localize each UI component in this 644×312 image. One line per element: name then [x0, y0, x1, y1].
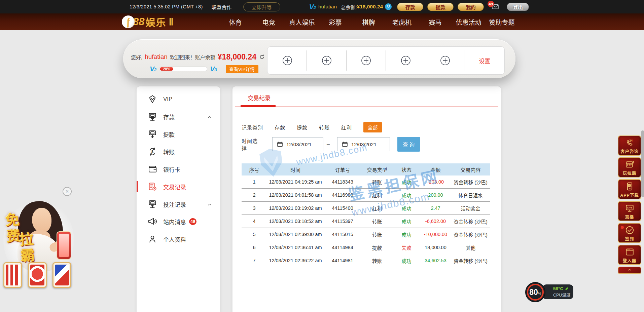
table-cell: 44116988 [324, 192, 361, 198]
table-cell: 失败 [393, 244, 420, 251]
date-to-input[interactable]: 12/03/2021 [337, 137, 390, 151]
chevron-up-icon [207, 202, 212, 206]
filter-link-转账[interactable]: 转账 [319, 124, 330, 131]
message-megaphone-icon [147, 217, 157, 227]
float-button-label: 直播 [625, 213, 634, 220]
quick-add-slot[interactable] [267, 47, 307, 74]
table-cell: 44118343 [324, 179, 361, 185]
table-cell: 成功 [393, 205, 420, 212]
account-balance: ¥18,000.24 [218, 52, 256, 62]
quick-add-slot[interactable] [347, 47, 386, 74]
quick-actions-box: 设置 [267, 46, 505, 75]
table-cell: 44114984 [324, 245, 361, 250]
scrollbar-thumb[interactable] [641, 130, 644, 197]
tab-transaction-records[interactable]: 交易纪录 [248, 93, 271, 102]
refresh-icon [386, 4, 391, 9]
mine-button[interactable]: 我的 [458, 3, 484, 11]
alliance-link[interactable]: 联盟合作 [212, 3, 232, 10]
float-button-客户咨询[interactable]: 24客户咨询 [618, 135, 641, 156]
vip-detail-button[interactable]: 查看VIP详情 [226, 65, 258, 73]
table-cell: -6,602.00 [420, 219, 451, 224]
nav-item-真人娱乐[interactable]: 真人娱乐 [285, 17, 319, 27]
date-from-input[interactable]: 12/03/2021 [272, 137, 323, 151]
logo-brand-text: 娱乐 [145, 15, 166, 29]
nav-item-彩票[interactable]: 彩票 [319, 17, 352, 27]
active-indicator [137, 181, 138, 192]
deposit-icon [147, 112, 157, 122]
table-cell: 体育日返水 [451, 192, 490, 199]
float-button-label: 登入器 [623, 257, 637, 264]
filter-all-button[interactable]: 全部 [363, 122, 382, 132]
sidebar-item-投注记录[interactable]: 投注记录 [137, 195, 220, 213]
app-download-icon [625, 182, 635, 191]
deposit-button[interactable]: 存款 [397, 3, 423, 11]
logo-suffix-text: Ⅱ [169, 16, 174, 28]
table-header-cell: 交易类型 [361, 166, 393, 173]
table-cell: 转账 [361, 257, 393, 264]
profile-person-icon [147, 234, 157, 244]
quick-add-slot[interactable] [425, 47, 465, 74]
greeting-username: hufatian [145, 53, 168, 61]
svg-text:7: 7 [630, 164, 632, 167]
vip-next-badge: V3 [210, 65, 217, 73]
vip-progress-row: V2 28% V3 查看VIP详情 [150, 64, 258, 74]
nav-item-赞助专题[interactable]: 赞助专题 [485, 17, 518, 27]
site-logo[interactable]: f 88 娱乐 Ⅱ [122, 15, 174, 29]
table-cell: 6 [242, 245, 267, 250]
sidebar-item-交易记录[interactable]: 交易记录 [137, 178, 220, 195]
sidebar-item-转账[interactable]: $转账 [137, 143, 220, 160]
filter-link-红利[interactable]: 红利 [341, 124, 352, 131]
unread-badge: 49 [189, 218, 196, 225]
upgrade-button[interactable]: 立即升等 [243, 2, 280, 11]
withdraw-button[interactable]: 提款 [427, 3, 454, 11]
greeting-mid: 欢迎回来！账户余额 [170, 53, 215, 61]
promo-text: 拉霸 [14, 231, 37, 265]
table-header-cell: 交易内容 [451, 166, 490, 173]
sidebar-item-个人资料[interactable]: 个人资料 [137, 230, 220, 248]
quick-add-slot[interactable] [307, 47, 346, 74]
leaf-icon [565, 286, 569, 291]
welcome-capsule: 您好, hufatian 欢迎回来！账户余额 ¥18,000.24 V2 28%… [123, 39, 515, 78]
sidebar-item-VIP[interactable]: VIP [137, 90, 220, 108]
filter-link-提款[interactable]: 提款 [297, 124, 308, 131]
rail-collapse-button[interactable] [618, 267, 641, 274]
sidebar-item-站内消息[interactable]: 站内消息49 [137, 213, 220, 230]
refresh-balance-button[interactable] [259, 54, 265, 60]
filter-link-存款[interactable]: 存款 [275, 124, 285, 131]
sidebar-menu: VIP存款提款$转账银行卡交易记录投注记录站内消息49个人资料 [136, 86, 220, 312]
table-cell: 34,602.53 [420, 258, 451, 263]
tab-divider-line [235, 107, 498, 107]
nav-item-棋牌[interactable]: 棋牌 [352, 17, 385, 27]
table-cell: 转账 [361, 218, 393, 225]
promo-close-button[interactable]: ✕ [63, 187, 72, 196]
float-button-直播[interactable]: LIVE直播 [618, 201, 641, 221]
nav-item-电竞[interactable]: 电竞 [252, 17, 285, 27]
sidebar-item-提款[interactable]: 提款 [137, 125, 220, 143]
table-cell: 转账 [361, 179, 393, 186]
nav-item-老虎机[interactable]: 老虎机 [385, 17, 419, 27]
float-button-label: 签到 [625, 235, 634, 242]
calendar-icon [342, 141, 348, 148]
quick-add-slot[interactable] [386, 47, 425, 74]
nav-item-体育[interactable]: 体育 [219, 17, 252, 27]
nav-item-赛马[interactable]: 赛马 [419, 17, 452, 27]
float-button-签到[interactable]: 签到 [618, 223, 641, 243]
logout-button[interactable]: 登出 [507, 3, 529, 11]
nav-item-优惠活动[interactable]: 优惠活动 [452, 17, 485, 27]
refresh-balance-button[interactable] [385, 3, 392, 10]
float-button-APP下载[interactable]: APP下载 [618, 179, 641, 199]
sidebar-item-银行卡[interactable]: 银行卡 [137, 160, 220, 178]
settings-button[interactable]: 设置 [465, 47, 504, 74]
record-type-filter-row: 记录类别 存款提款转账红利 全部 [242, 122, 382, 132]
refresh-icon [259, 55, 265, 61]
promo-model-image [32, 208, 51, 233]
plus-circle-icon [282, 55, 293, 66]
slot-reel-image [3, 262, 22, 288]
float-button-登入器[interactable]: 登入器 [618, 245, 641, 265]
float-button-玩拉霸[interactable]: 777玩拉霸 [618, 157, 641, 178]
mail-button[interactable]: 49 [491, 4, 499, 10]
plus-circle-icon [439, 55, 451, 66]
sidebar-item-存款[interactable]: 存款 [137, 108, 220, 125]
promo-banner[interactable]: 免费 拉霸 [0, 200, 78, 290]
query-button[interactable]: 查 询 [397, 137, 420, 152]
